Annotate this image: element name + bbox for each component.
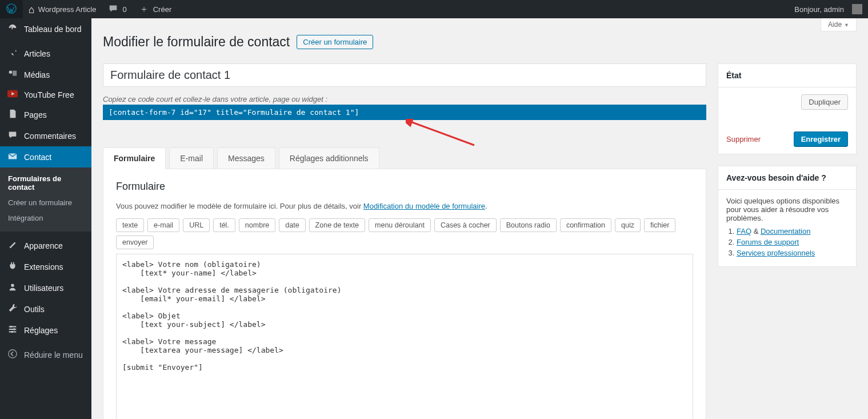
submenu-forms[interactable]: Formulaires de contact xyxy=(0,171,91,195)
plus-icon: ＋ xyxy=(138,5,150,14)
wp-logo[interactable] xyxy=(0,0,23,18)
tag-generator-URL[interactable]: URL xyxy=(183,218,210,232)
add-new-button[interactable]: Créer un formulaire xyxy=(297,35,373,49)
tag-generator-Boutons-radio[interactable]: Boutons radio xyxy=(500,218,557,232)
menu-settings[interactable]: Réglages xyxy=(0,320,91,341)
save-button[interactable]: Enregistrer xyxy=(794,131,848,147)
menu-youtube[interactable]: YouTube Free xyxy=(0,85,91,104)
shortcode-input[interactable] xyxy=(103,105,706,120)
tab-additional[interactable]: Réglages additionnels xyxy=(279,147,379,169)
help-lead: Voici quelques options disponibles pour … xyxy=(726,197,848,222)
tag-generator-fichier[interactable]: fichier xyxy=(644,218,675,232)
tag-generator-menu-d-roulant[interactable]: menu déroulant xyxy=(369,218,431,232)
menu-label: Outils xyxy=(24,305,45,314)
tab-mail[interactable]: E-mail xyxy=(169,147,214,169)
sliders-icon xyxy=(7,324,18,336)
content-area: Aide▼ Modifier le formulaire de contact … xyxy=(91,18,868,419)
menu-label: Contact xyxy=(24,153,51,162)
tag-generator-e-mail[interactable]: e-mail xyxy=(147,218,179,232)
menu-appearance[interactable]: Apparence xyxy=(0,235,91,256)
wordpress-icon xyxy=(6,3,17,15)
tag-generator-nombre[interactable]: nombre xyxy=(239,218,275,232)
svg-point-5 xyxy=(13,328,15,330)
form-title-input[interactable] xyxy=(103,63,706,87)
plug-icon xyxy=(7,261,18,273)
page-icon xyxy=(7,109,18,121)
submenu-new-form[interactable]: Créer un formulaire xyxy=(0,195,91,210)
menu-label: Extensions xyxy=(24,262,63,272)
menu-label: Réduire le menu xyxy=(24,350,83,360)
chevron-down-icon: ▼ xyxy=(844,22,849,28)
tag-generator-row: textee-mailURLtél.nombredateZone de text… xyxy=(116,218,693,249)
tag-generator-envoyer[interactable]: envoyer xyxy=(116,236,154,249)
menu-collapse[interactable]: Réduire le menu xyxy=(0,344,91,365)
menu-posts[interactable]: Articles xyxy=(0,43,91,64)
menu-contact[interactable]: Contact xyxy=(0,146,91,167)
wrench-icon xyxy=(7,303,18,315)
media-icon xyxy=(7,69,18,81)
tag-generator-confirmation[interactable]: confirmation xyxy=(560,218,611,232)
tab-messages[interactable]: Messages xyxy=(217,147,275,169)
tag-generator-Cases-cocher[interactable]: Cases à cocher xyxy=(434,218,497,232)
forums-link[interactable]: Forums de support xyxy=(737,238,799,246)
menu-plugins[interactable]: Extensions xyxy=(0,256,91,277)
form-panel: Formulaire Vous pouvez modifier le modèl… xyxy=(103,169,706,419)
pro-link[interactable]: Services professionnels xyxy=(737,249,815,257)
home-icon xyxy=(29,3,35,15)
avatar xyxy=(852,4,862,14)
svg-point-4 xyxy=(10,326,13,328)
menu-comments[interactable]: Commentaires xyxy=(0,125,91,146)
delete-link[interactable]: Supprimer xyxy=(726,135,761,143)
submenu-contact: Formulaires de contact Créer un formulai… xyxy=(0,167,91,232)
help-item-faq: FAQ & Documentation xyxy=(737,227,848,236)
panel-lead: Vous pouvez modifier le modèle de formul… xyxy=(116,202,693,210)
page-title: Modifier le formulaire de contact Créer … xyxy=(103,34,857,50)
main-column: Copiez ce code court et collez-le dans v… xyxy=(103,63,706,419)
menu-label: Tableau de bord xyxy=(24,25,81,34)
mail-icon xyxy=(7,151,18,163)
menu-label: Apparence xyxy=(24,241,63,250)
menu-dashboard[interactable]: Tableau de bord xyxy=(0,18,91,39)
brush-icon xyxy=(7,240,18,252)
docs-link[interactable]: Documentation xyxy=(761,227,810,236)
tag-generator-texte[interactable]: texte xyxy=(116,218,144,232)
menu-pages[interactable]: Pages xyxy=(0,104,91,125)
faq-link[interactable]: FAQ xyxy=(737,227,751,236)
tag-generator-Zone-de-texte[interactable]: Zone de texte xyxy=(309,218,365,232)
help-tab[interactable]: Aide▼ xyxy=(821,18,857,31)
my-account[interactable]: Bonjour, admin xyxy=(789,0,868,18)
pin-icon xyxy=(7,47,18,59)
submenu-integration[interactable]: Intégration xyxy=(0,210,91,226)
site-name[interactable]: Wordpress Article xyxy=(23,0,102,18)
tag-generator-date[interactable]: date xyxy=(279,218,305,232)
form-template-textarea[interactable] xyxy=(116,254,693,419)
menu-label: Utilisateurs xyxy=(24,284,63,293)
help-heading: Avez-vous besoin d'aide ? xyxy=(718,166,856,190)
shortcode-hint: Copiez ce code court et collez-le dans v… xyxy=(103,95,706,103)
help-label: Aide xyxy=(828,21,842,29)
menu-label: Articles xyxy=(24,49,50,58)
editor-tabs: Formulaire E-mail Messages Réglages addi… xyxy=(103,147,706,169)
admin-bar: Wordpress Article 0 ＋ Créer Bonjour, adm… xyxy=(0,0,868,18)
youtube-icon xyxy=(7,90,18,99)
menu-users[interactable]: Utilisateurs xyxy=(0,277,91,298)
tag-generator-t-l-[interactable]: tél. xyxy=(213,218,235,232)
new-label: Créer xyxy=(153,5,172,14)
status-box: État Dupliquer Supprimer Enregistrer xyxy=(718,63,857,154)
comments-bubble[interactable]: 0 xyxy=(102,0,132,18)
howdy-text: Bonjour, admin xyxy=(794,5,844,14)
menu-media[interactable]: Médias xyxy=(0,64,91,85)
duplicate-button[interactable]: Dupliquer xyxy=(801,94,848,110)
menu-label: Commentaires xyxy=(24,131,76,141)
collapse-icon xyxy=(7,349,18,361)
svg-point-3 xyxy=(11,284,14,287)
template-doc-link[interactable]: Modification du modèle de formulaire xyxy=(363,202,485,210)
menu-label: Pages xyxy=(24,110,47,119)
page-heading-text: Modifier le formulaire de contact xyxy=(103,34,290,50)
tab-form[interactable]: Formulaire xyxy=(103,147,166,169)
comment-icon xyxy=(7,130,18,142)
tag-generator-quiz[interactable]: quiz xyxy=(615,218,641,232)
side-column: État Dupliquer Supprimer Enregistrer Ave… xyxy=(718,63,857,267)
new-content[interactable]: ＋ Créer xyxy=(133,0,178,18)
menu-tools[interactable]: Outils xyxy=(0,298,91,320)
